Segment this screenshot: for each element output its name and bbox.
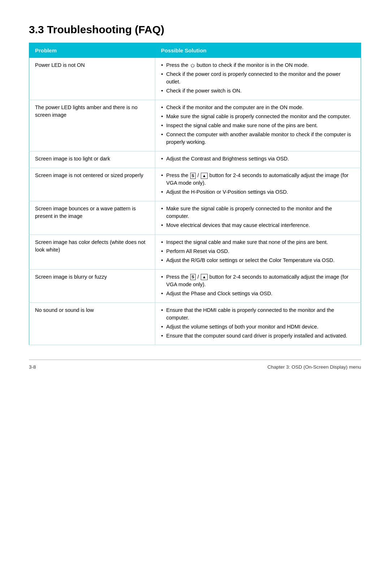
page-title: 3.3 Troubleshooting (FAQ) bbox=[29, 22, 361, 38]
table-row: Screen image is not centered or sized pr… bbox=[29, 168, 361, 201]
problem-cell: Screen image has color defects (white do… bbox=[29, 235, 155, 269]
solution-cell: Adjust the Contrast and Brightness setti… bbox=[155, 151, 361, 168]
solution-item: Make sure the signal cable is properly c… bbox=[161, 205, 355, 220]
table-row: Screen image is blurry or fuzzyPress the… bbox=[29, 269, 361, 302]
solution-item: Adjust the volume settings of both your … bbox=[161, 323, 355, 331]
table-row: No sound or sound is lowEnsure that the … bbox=[29, 302, 361, 345]
solution-item: Check if the power cord is properly conn… bbox=[161, 70, 355, 86]
solution-item: Ensure that the HDMI cable is properly c… bbox=[161, 306, 355, 322]
problem-cell: Screen image is blurry or fuzzy bbox=[29, 269, 155, 302]
problem-header: Problem bbox=[29, 43, 155, 58]
a-button-icon: ▲ bbox=[201, 173, 208, 179]
solution-cell: Check if the monitor and the computer ar… bbox=[155, 100, 361, 151]
solution-cell: Press the button to check if the monitor… bbox=[155, 58, 361, 100]
footer-left: 3-8 bbox=[29, 364, 36, 371]
solution-item: Adjust the R/G/B color settings or selec… bbox=[161, 257, 355, 264]
solution-item: Check if the power switch is ON. bbox=[161, 87, 355, 95]
problem-cell: Screen image is not centered or sized pr… bbox=[29, 168, 155, 201]
s-button-icon: S bbox=[190, 173, 196, 179]
solution-item: Press the button to check if the monitor… bbox=[161, 61, 355, 69]
problem-cell: Power LED is not ON bbox=[29, 58, 155, 100]
solution-item: Move electrical devices that may cause e… bbox=[161, 222, 355, 229]
s-button-icon: S bbox=[190, 274, 196, 280]
problem-cell: The power LED lights amber and there is … bbox=[29, 100, 155, 151]
solution-header: Possible Solution bbox=[155, 43, 361, 58]
solution-cell: Ensure that the HDMI cable is properly c… bbox=[155, 302, 361, 345]
problem-cell: No sound or sound is low bbox=[29, 302, 155, 345]
solution-item: Check if the monitor and the computer ar… bbox=[161, 104, 355, 111]
faq-table: Problem Possible Solution Power LED is n… bbox=[29, 43, 361, 345]
problem-cell: Screen image is too light or dark bbox=[29, 151, 155, 168]
a-button-icon: ▲ bbox=[201, 274, 208, 280]
problem-cell: Screen image bounces or a wave pattern i… bbox=[29, 201, 155, 235]
table-row: Screen image bounces or a wave pattern i… bbox=[29, 201, 361, 235]
solution-item: Press the S / ▲ button for 2-4 seconds t… bbox=[161, 172, 355, 187]
table-row: Screen image is too light or darkAdjust … bbox=[29, 151, 361, 168]
solution-item: Inspect the signal cable and make sure t… bbox=[161, 239, 355, 246]
solution-item: Adjust the Phase and Clock settings via … bbox=[161, 290, 355, 297]
solution-item: Make sure the signal cable is properly c… bbox=[161, 113, 355, 120]
table-row: The power LED lights amber and there is … bbox=[29, 100, 361, 151]
power-icon bbox=[190, 63, 195, 68]
solution-cell: Press the S / ▲ button for 2-4 seconds t… bbox=[155, 168, 361, 201]
solution-item: Ensure that the computer sound card driv… bbox=[161, 332, 355, 340]
solution-cell: Inspect the signal cable and make sure t… bbox=[155, 235, 361, 269]
solution-item: Connect the computer with another availa… bbox=[161, 131, 355, 146]
footer: 3-8 Chapter 3: OSD (On-Screen Display) m… bbox=[29, 360, 361, 371]
footer-right: Chapter 3: OSD (On-Screen Display) menu bbox=[267, 364, 361, 371]
solution-item: Inspect the signal cable and make sure n… bbox=[161, 122, 355, 129]
table-row: Screen image has color defects (white do… bbox=[29, 235, 361, 269]
solution-item: Perform All Reset via OSD. bbox=[161, 248, 355, 255]
solution-item: Adjust the Contrast and Brightness setti… bbox=[161, 155, 355, 163]
solution-item: Press the S / ▲ button for 2-4 seconds t… bbox=[161, 273, 355, 288]
solution-cell: Make sure the signal cable is properly c… bbox=[155, 201, 361, 235]
solution-item: Adjust the H-Position or V-Position sett… bbox=[161, 188, 355, 196]
solution-cell: Press the S / ▲ button for 2-4 seconds t… bbox=[155, 269, 361, 302]
table-row: Power LED is not ONPress the button to c… bbox=[29, 58, 361, 100]
